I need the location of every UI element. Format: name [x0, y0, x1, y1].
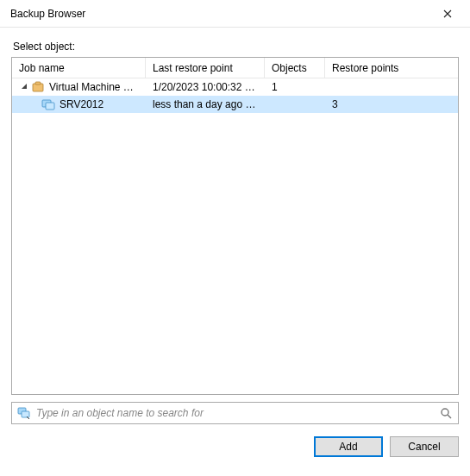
chevron-down-icon	[21, 84, 28, 91]
column-job-name[interactable]: Job name	[12, 58, 146, 78]
cancel-button[interactable]: Cancel	[390, 436, 459, 457]
cell-restore: less than a day ago (1...	[146, 98, 265, 110]
object-tree-table: Job name Last restore point Objects Rest…	[11, 57, 459, 395]
column-objects[interactable]: Objects	[265, 58, 325, 78]
tree-row-job[interactable]: Virtual Machine Ba... 1/20/2023 10:00:32…	[12, 78, 458, 96]
close-icon	[443, 9, 452, 18]
job-icon	[31, 80, 45, 94]
titlebar: Backup Browser	[0, 0, 470, 28]
node-label: Virtual Machine Ba...	[49, 81, 139, 93]
select-object-label: Select object:	[13, 41, 459, 53]
search-bar	[11, 402, 459, 424]
svg-point-6	[442, 409, 448, 416]
svg-rect-3	[46, 103, 54, 110]
table-header: Job name Last restore point Objects Rest…	[12, 58, 458, 78]
add-button[interactable]: Add	[314, 436, 383, 457]
search-input[interactable]	[36, 407, 434, 419]
dialog-content: Select object: Job name Last restore poi…	[0, 28, 470, 467]
svg-rect-5	[22, 411, 29, 417]
tree-row-vm[interactable]: SRV2012 less than a day ago (1... 3	[12, 96, 458, 113]
close-button[interactable]	[432, 2, 463, 26]
vm-icon	[41, 97, 55, 111]
table-body: Virtual Machine Ba... 1/20/2023 10:00:32…	[12, 78, 458, 394]
node-label: SRV2012	[60, 98, 103, 110]
column-last-restore[interactable]: Last restore point	[146, 58, 265, 78]
svg-rect-1	[35, 82, 41, 85]
column-restore-points[interactable]: Restore points	[325, 58, 458, 78]
cell-restore: 1/20/2023 10:00:32 PM	[146, 81, 265, 93]
cell-points: 3	[325, 98, 458, 110]
cell-objects: 1	[265, 81, 325, 93]
button-row: Add Cancel	[11, 436, 459, 457]
search-icon[interactable]	[439, 406, 453, 420]
expand-toggle[interactable]	[19, 82, 29, 92]
window-title: Backup Browser	[10, 8, 85, 20]
object-filter-icon[interactable]	[17, 406, 31, 420]
